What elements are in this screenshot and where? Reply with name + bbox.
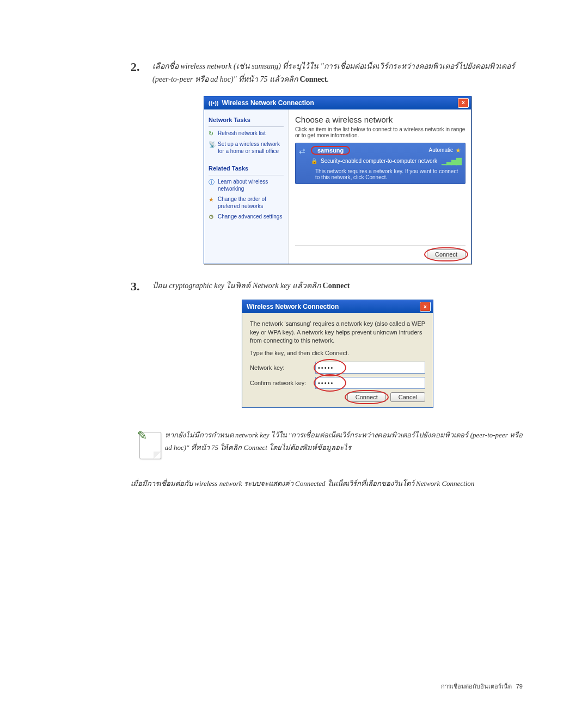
close-button[interactable]: × [420, 302, 431, 312]
wireless-icon: ((•)) [209, 100, 219, 106]
star-icon: ★ [209, 196, 216, 203]
closing-paragraph: เมื่อมีการเชื่อมต่อกับ wireless network … [131, 478, 523, 489]
signal-bars-icon: ▁▃▅▇ [442, 157, 461, 165]
tasks-sidebar: Network Tasks ↻Refresh network list 📡Set… [204, 109, 289, 264]
leaf-pen-icon: ✎ [137, 429, 147, 443]
antenna-icon: 📡 [209, 141, 216, 148]
connect-button[interactable]: Connect [347, 392, 386, 402]
note-text: หากยังไม่มีการกำหนด network key ไว้ใน "ก… [165, 429, 523, 454]
confirm-key-input[interactable]: ••••• [315, 377, 425, 389]
cancel-button[interactable]: Cancel [390, 392, 425, 402]
page-footer: การเชื่อมต่อกับอินเตอร์เน็ต79 [441, 681, 523, 691]
info-icon: ⓘ [209, 178, 216, 186]
task-setup-network[interactable]: 📡Set up a wireless network for a home or… [209, 141, 284, 155]
step2-text: เลือกชื่อ wireless network (เช่น samsung… [152, 60, 523, 86]
titlebar: ((•)) Wireless Network Connection × [204, 96, 471, 109]
network-item-samsung[interactable]: ⇄ samsung Automatic★ 🔒 Security-enabled … [295, 143, 465, 184]
automatic-label: Automatic [429, 147, 453, 153]
dialog-subtext: Type the key, and then click Connect. [250, 350, 425, 356]
section-network-tasks: Network Tasks [209, 115, 284, 127]
choose-network-description: Click an item in the list below to conne… [295, 126, 465, 138]
close-button[interactable]: × [458, 98, 469, 108]
wireless-connection-window: ((•)) Wireless Network Connection × Netw… [204, 96, 471, 264]
refresh-icon: ↻ [209, 130, 216, 137]
confirm-key-label: Confirm network key: [250, 380, 315, 386]
task-refresh[interactable]: ↻Refresh network list [209, 130, 284, 137]
network-hint: This network requires a network key. If … [315, 168, 461, 180]
network-key-dialog: Wireless Network Connection × The networ… [242, 300, 433, 407]
network-key-label: Network key: [250, 364, 315, 371]
choose-network-heading: Choose a wireless network [295, 115, 465, 124]
section-related-tasks: Related Tasks [209, 163, 284, 175]
step-number: 3. [131, 279, 140, 294]
task-change-order[interactable]: ★Change the order of preferred networks [209, 196, 284, 210]
window-title: Wireless Network Connection [222, 99, 314, 107]
lock-icon: 🔒 [311, 158, 317, 164]
favorite-star-icon: ★ [455, 147, 461, 154]
security-type: Security-enabled computer-to-computer ne… [321, 158, 437, 164]
step-number: 2. [131, 60, 140, 74]
ssid-highlight: samsung [311, 146, 350, 155]
dialog-title: Wireless Network Connection [247, 303, 339, 310]
network-key-input[interactable]: ••••• [315, 362, 425, 374]
step3-text: ป้อน cryptographic key ในฟิลด์ Network k… [152, 279, 523, 292]
connect-button[interactable]: Connect [427, 249, 465, 259]
dialog-description: The network 'samsung' requires a network… [250, 320, 425, 345]
titlebar: Wireless Network Connection × [242, 300, 433, 313]
task-learn[interactable]: ⓘLearn about wireless networking [209, 178, 284, 192]
note-icon: ✎ [136, 429, 154, 461]
task-advanced[interactable]: ⚙Change advanced settings [209, 213, 284, 221]
gear-icon: ⚙ [209, 213, 216, 221]
adhoc-icon: ⇄ [299, 147, 305, 155]
